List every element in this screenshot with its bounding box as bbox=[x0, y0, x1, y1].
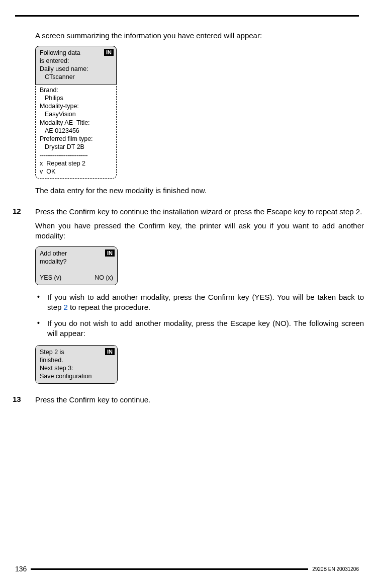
step-12-p1: Press the Confirm key to continue the in… bbox=[35, 207, 364, 217]
lcd-line: v OK bbox=[40, 167, 112, 176]
lcd-no-option: NO (x) bbox=[95, 274, 113, 282]
step-link-2: 2 bbox=[64, 303, 68, 311]
lcd-line: Modality-type: bbox=[40, 102, 112, 110]
bullet-item-2: If you do not wish to add another modali… bbox=[35, 318, 364, 339]
lcd-line: Daily used name: bbox=[40, 65, 112, 73]
page-number: 136 bbox=[15, 565, 27, 573]
in-badge: IN bbox=[105, 249, 115, 257]
in-badge: IN bbox=[105, 348, 115, 355]
finished-paragraph: The data entry for the new modality is f… bbox=[35, 186, 364, 196]
lcd-line: Save configuration bbox=[40, 372, 113, 380]
lcd-line: Step 2 is bbox=[40, 348, 113, 356]
footer-rule bbox=[31, 568, 308, 570]
lcd-line: x Repeat step 2 bbox=[40, 159, 112, 167]
bullet-1-text-b: to repeat the procedure. bbox=[68, 303, 150, 311]
page-footer: 136 2920B EN 20031206 bbox=[0, 565, 374, 573]
step-13: 13 Press the Confirm key to continue. bbox=[35, 395, 364, 405]
lcd-line: finished. bbox=[40, 356, 113, 364]
lcd-separator: -------------------------- bbox=[40, 151, 112, 159]
lcd-line: Brand: bbox=[40, 86, 112, 94]
lcd-summary-screen: IN Following data is entered: Daily used… bbox=[35, 46, 117, 179]
lcd-line: Add other bbox=[40, 249, 113, 258]
lcd-line: Next step 3: bbox=[40, 364, 113, 372]
lcd-line: CTscanner bbox=[40, 73, 112, 81]
top-rule bbox=[15, 15, 359, 17]
lcd-add-other-screen: IN Add other modality? YES (v) NO (x) bbox=[35, 246, 118, 285]
intro-paragraph: A screen summarizing the information you… bbox=[35, 31, 364, 41]
lcd-line: modality? bbox=[40, 258, 113, 266]
document-id: 2920B EN 20031206 bbox=[312, 566, 359, 572]
step-13-p1: Press the Confirm key to continue. bbox=[35, 395, 364, 405]
bullet-list: If you wish to add another modality, pre… bbox=[35, 292, 364, 339]
step-number: 13 bbox=[13, 395, 21, 403]
step-12: 12 Press the Confirm key to continue the… bbox=[35, 207, 364, 241]
lcd-step2-finished-screen: IN Step 2 is finished. Next step 3: Save… bbox=[35, 345, 118, 384]
lcd-line: Modality AE_Title: bbox=[40, 119, 112, 127]
lcd-line: Following data bbox=[40, 49, 112, 57]
bullet-item-1: If you wish to add another modality, pre… bbox=[35, 292, 364, 313]
lcd-line: Preferred film type: bbox=[40, 135, 112, 143]
in-badge: IN bbox=[104, 49, 114, 56]
lcd-line: Philips bbox=[40, 94, 112, 102]
lcd-line: EasyVision bbox=[40, 110, 112, 118]
lcd-line: is entered: bbox=[40, 57, 112, 65]
step-number: 12 bbox=[13, 207, 21, 215]
step-12-p2: When you have pressed the Confirm key, t… bbox=[35, 221, 364, 241]
lcd-line: AE 0123456 bbox=[40, 127, 112, 135]
lcd-yes-option: YES (v) bbox=[40, 274, 61, 282]
lcd-line: Drystar DT 2B bbox=[40, 143, 112, 151]
